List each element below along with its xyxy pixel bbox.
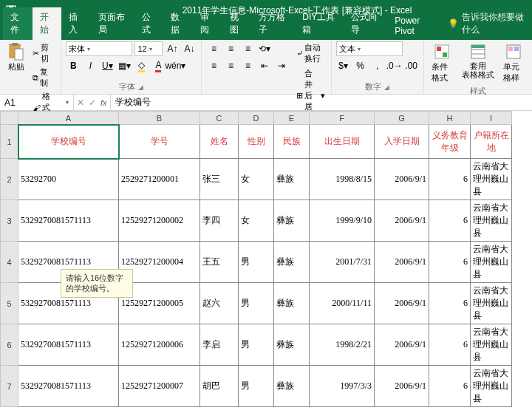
tab-insert[interactable]: 插入: [61, 7, 91, 40]
cell[interactable]: 1999/9/10: [310, 200, 375, 242]
indent-dec-button[interactable]: ⇤: [257, 58, 272, 73]
cell[interactable]: 入学日期: [375, 125, 429, 159]
cell[interactable]: 2001/7/31: [310, 242, 375, 283]
cell[interactable]: 学校编号: [18, 125, 119, 159]
font-launcher-icon[interactable]: ◢: [138, 83, 143, 91]
cell[interactable]: 云南省大理州巍山县: [471, 200, 512, 242]
cancel-icon[interactable]: ✕: [77, 98, 84, 108]
cell[interactable]: 彝族: [274, 366, 310, 407]
tab-home[interactable]: 开始: [33, 7, 62, 40]
number-launcher-icon[interactable]: ◢: [384, 83, 389, 91]
cell[interactable]: 男: [239, 324, 274, 366]
align-middle-button[interactable]: ≡: [223, 41, 238, 56]
cell[interactable]: 6: [429, 366, 471, 407]
align-center-button[interactable]: ≡: [223, 58, 238, 73]
col-header[interactable]: A: [18, 112, 119, 125]
inc-decimal-button[interactable]: .0→: [387, 58, 402, 73]
cell[interactable]: 6: [429, 242, 471, 283]
italic-button[interactable]: I: [83, 58, 98, 73]
cell[interactable]: 2000/11/11: [310, 283, 375, 324]
cell[interactable]: 云南省大理州巍山县: [471, 366, 512, 407]
cell[interactable]: 云南省大理州巍山县: [471, 242, 512, 283]
cell[interactable]: 12529271200006: [119, 324, 200, 366]
cell[interactable]: 张三: [200, 159, 239, 200]
cell[interactable]: 彝族: [274, 242, 310, 283]
name-box[interactable]: A1▾: [0, 95, 74, 110]
cell[interactable]: 2006/9/1: [375, 159, 429, 200]
table-format-button[interactable]: 套用 表格格式: [459, 41, 497, 81]
cell[interactable]: 姓名: [200, 125, 239, 159]
paste-button[interactable]: 粘贴: [4, 41, 28, 74]
indent-inc-button[interactable]: ⇥: [274, 58, 289, 73]
cell[interactable]: 5329270081571113: [18, 324, 119, 366]
cell[interactable]: 云南省大理州巍山县: [471, 324, 512, 366]
cell[interactable]: 女: [239, 159, 274, 200]
cell[interactable]: 王五: [200, 242, 239, 283]
font-size-combo[interactable]: 12▾: [134, 41, 163, 56]
number-format-combo[interactable]: 文本▾: [336, 41, 403, 56]
fill-color-button[interactable]: ◇: [134, 58, 149, 73]
fx-icon[interactable]: fx: [100, 98, 107, 107]
cell[interactable]: 女: [239, 200, 274, 242]
orientation-button[interactable]: ⟲▾: [257, 41, 272, 56]
align-bottom-button[interactable]: ≡: [240, 41, 255, 56]
cell[interactable]: 1998/8/15: [310, 159, 375, 200]
cell[interactable]: 5329270081571113: [18, 366, 119, 407]
cell[interactable]: 1997/3/3: [310, 366, 375, 407]
cell-style-button[interactable]: 单元格样: [500, 41, 528, 85]
worksheet-area[interactable]: A B C D E F G H I 1 学校编号 学号 姓名 性别 民族 出生日…: [0, 111, 532, 416]
bold-button[interactable]: B: [66, 58, 81, 73]
cell[interactable]: 李启: [200, 324, 239, 366]
cell[interactable]: 12529271200007: [119, 366, 200, 407]
col-header[interactable]: E: [274, 112, 310, 125]
cell[interactable]: 6: [429, 159, 471, 200]
tab-data[interactable]: 数据: [163, 7, 193, 40]
cell[interactable]: 彝族: [274, 200, 310, 242]
col-header[interactable]: G: [375, 112, 429, 125]
cell[interactable]: 2006/9/1: [375, 200, 429, 242]
cell[interactable]: 胡巴: [200, 366, 239, 407]
cell[interactable]: 1998/2/21: [310, 324, 375, 366]
cell[interactable]: 2006/9/1: [375, 366, 429, 407]
currency-button[interactable]: $▾: [336, 58, 351, 73]
cell[interactable]: 户籍所在地: [471, 125, 512, 159]
col-header[interactable]: F: [310, 112, 375, 125]
tab-powerpivot[interactable]: Power Pivot: [387, 12, 440, 40]
col-header[interactable]: D: [239, 112, 274, 125]
row-header[interactable]: 5: [1, 283, 18, 324]
row-header[interactable]: 1: [1, 125, 18, 159]
cell[interactable]: 云南省大理州巍山县: [471, 283, 512, 324]
row-header[interactable]: 7: [1, 366, 18, 407]
tell-me[interactable]: 💡 告诉我你想要做什么: [440, 7, 532, 40]
cell[interactable]: 男: [239, 242, 274, 283]
tab-review[interactable]: 审阅: [193, 7, 222, 40]
cell[interactable]: 彝族: [274, 324, 310, 366]
percent-button[interactable]: %: [353, 58, 368, 73]
decrease-font-button[interactable]: A↓: [182, 41, 197, 56]
wrap-text-button[interactable]: ⤶自动换行: [295, 41, 326, 65]
cell[interactable]: 云南省大理州巍山县: [471, 159, 512, 200]
cell[interactable]: 2006/9/1: [375, 283, 429, 324]
cell[interactable]: 彝族: [274, 159, 310, 200]
cell[interactable]: 2006/9/1: [375, 324, 429, 366]
border-button[interactable]: ▦▾: [117, 58, 132, 73]
phonetic-button[interactable]: wén▾: [168, 58, 183, 73]
font-color-button[interactable]: A: [151, 58, 166, 73]
conditional-format-button[interactable]: 条件格式: [429, 41, 456, 85]
cell[interactable]: 5329270081571113: [18, 200, 119, 242]
dec-decimal-button[interactable]: .00: [404, 58, 419, 73]
tab-diy[interactable]: DIY工具箱: [295, 7, 344, 40]
cell[interactable]: 12529271200002: [119, 200, 200, 242]
cell[interactable]: 性别: [239, 125, 274, 159]
enter-icon[interactable]: ✓: [89, 98, 96, 108]
cell[interactable]: 53292700: [18, 159, 119, 200]
align-left-button[interactable]: ≡: [206, 58, 221, 73]
formula-input[interactable]: 学校编号: [111, 95, 532, 110]
col-header[interactable]: C: [200, 112, 239, 125]
underline-button[interactable]: U▾: [100, 58, 115, 73]
cell[interactable]: 彝族: [274, 283, 310, 324]
cell[interactable]: 6: [429, 283, 471, 324]
cell[interactable]: 6: [429, 324, 471, 366]
tab-fangge[interactable]: 方方格子: [251, 7, 295, 40]
cut-button[interactable]: ✂剪切: [31, 41, 56, 65]
